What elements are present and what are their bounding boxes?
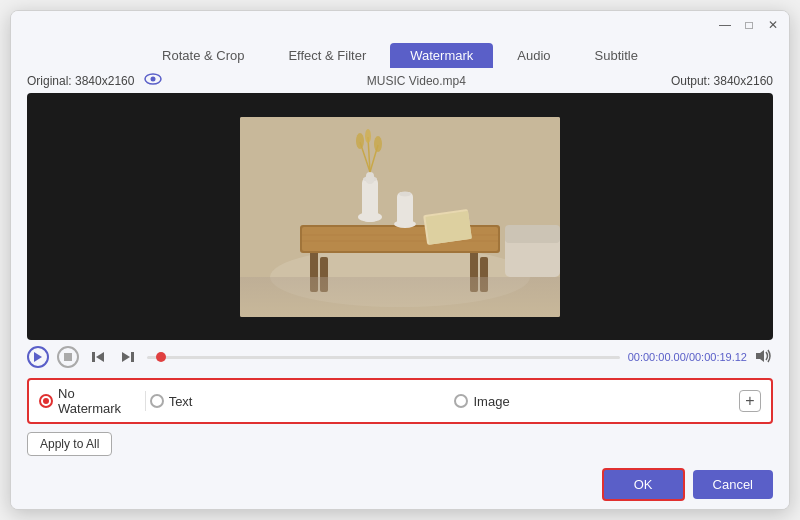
- no-watermark-radio[interactable]: [39, 394, 53, 408]
- tab-subtitle[interactable]: Subtitle: [575, 43, 658, 68]
- apply-area: Apply to All: [11, 428, 789, 460]
- volume-icon[interactable]: [755, 349, 773, 366]
- svg-rect-33: [92, 352, 95, 362]
- tab-bar: Rotate & Crop Effect & Filter Watermark …: [11, 39, 789, 68]
- no-watermark-option[interactable]: No Watermark: [39, 386, 141, 416]
- close-button[interactable]: ✕: [765, 17, 781, 33]
- image-label: Image: [473, 394, 509, 409]
- svg-marker-32: [96, 352, 104, 362]
- progress-bar[interactable]: [147, 356, 620, 359]
- apply-to-all-button[interactable]: Apply to All: [27, 432, 112, 456]
- tab-audio[interactable]: Audio: [497, 43, 570, 68]
- svg-marker-30: [34, 352, 42, 362]
- divider-1: [145, 391, 146, 411]
- svg-rect-23: [397, 192, 413, 227]
- add-watermark-button[interactable]: +: [739, 390, 761, 412]
- minimize-button[interactable]: —: [717, 17, 733, 33]
- ok-button[interactable]: OK: [602, 468, 685, 501]
- bottom-bar: OK Cancel: [11, 460, 789, 509]
- tab-watermark[interactable]: Watermark: [390, 43, 493, 68]
- svg-point-1: [150, 77, 155, 82]
- info-bar: Original: 3840x2160 MUSIC Video.mp4 Outp…: [11, 68, 789, 93]
- image-option[interactable]: Image: [454, 394, 535, 409]
- progress-indicator: [156, 352, 166, 362]
- svg-rect-15: [366, 172, 374, 184]
- svg-rect-31: [64, 353, 72, 361]
- video-thumbnail: [240, 117, 560, 317]
- tab-rotate-crop[interactable]: Rotate & Crop: [142, 43, 264, 68]
- svg-rect-26: [425, 210, 471, 244]
- stop-button[interactable]: [57, 346, 79, 368]
- controls-bar: 00:00:00.00/00:00:19.12: [11, 340, 789, 374]
- svg-marker-34: [122, 352, 130, 362]
- main-window: — □ ✕ Rotate & Crop Effect & Filter Wate…: [10, 10, 790, 510]
- svg-rect-28: [505, 225, 560, 243]
- svg-point-20: [365, 129, 371, 143]
- watermark-options: No Watermark Text Image +: [27, 378, 773, 424]
- filename: MUSIC Video.mp4: [367, 74, 466, 88]
- tab-effect-filter[interactable]: Effect & Filter: [268, 43, 386, 68]
- output-resolution: Output: 3840x2160: [671, 74, 773, 88]
- video-area: [27, 93, 773, 340]
- svg-point-21: [374, 136, 382, 152]
- original-resolution: Original: 3840x2160: [27, 73, 162, 88]
- text-label: Text: [169, 394, 193, 409]
- svg-point-24: [399, 191, 411, 196]
- eye-icon[interactable]: [144, 73, 162, 85]
- text-option[interactable]: Text: [150, 394, 252, 409]
- title-bar: — □ ✕: [11, 11, 789, 39]
- no-watermark-label: No Watermark: [58, 386, 141, 416]
- svg-point-19: [356, 133, 364, 149]
- image-radio[interactable]: [454, 394, 468, 408]
- svg-marker-36: [756, 350, 764, 362]
- next-button[interactable]: [117, 346, 139, 368]
- time-display: 00:00:00.00/00:00:19.12: [628, 351, 747, 363]
- play-button[interactable]: [27, 346, 49, 368]
- prev-button[interactable]: [87, 346, 109, 368]
- text-radio[interactable]: [150, 394, 164, 408]
- cancel-button[interactable]: Cancel: [693, 470, 773, 499]
- svg-rect-35: [131, 352, 134, 362]
- maximize-button[interactable]: □: [741, 17, 757, 33]
- svg-rect-29: [240, 277, 560, 317]
